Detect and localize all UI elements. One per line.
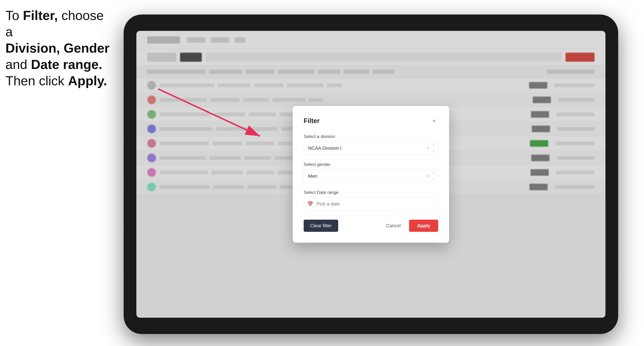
gender-form-group: Select gender Men × ⌃⌄	[304, 162, 438, 183]
division-clear-icon[interactable]: ×	[427, 146, 430, 151]
instruction-text: To Filter, choose a Division, Gender and…	[6, 7, 111, 89]
gender-label: Select gender	[304, 162, 438, 167]
modal-overlay: Filter × Select a division NCAA Division…	[136, 31, 606, 318]
footer-right-actions: Cancel Apply	[380, 220, 438, 232]
date-form-group: Select Date range 📅	[304, 190, 438, 211]
division-select-wrapper: NCAA Division I × ⌃⌄	[304, 142, 438, 155]
close-button[interactable]: ×	[430, 117, 438, 125]
calendar-icon: 📅	[307, 201, 313, 207]
instruction-line4: Then click Apply.	[6, 74, 107, 88]
division-form-group: Select a division NCAA Division I × ⌃⌄	[304, 134, 438, 155]
apply-button[interactable]: Apply	[409, 220, 438, 232]
division-label: Select a division	[304, 134, 438, 139]
clear-filter-button[interactable]: Clear filter	[304, 220, 338, 232]
date-label: Select Date range	[304, 190, 438, 195]
gender-select-wrapper: Men × ⌃⌄	[304, 170, 438, 183]
modal-footer: Clear filter Cancel Apply	[304, 220, 438, 232]
instruction-line3: and Date range.	[6, 57, 102, 72]
gender-select[interactable]: Men	[304, 170, 438, 183]
filter-modal: Filter × Select a division NCAA Division…	[293, 106, 449, 243]
date-input-wrapper: 📅	[304, 197, 438, 211]
modal-title: Filter	[304, 117, 320, 125]
instruction-line1: To Filter, choose a	[6, 8, 104, 39]
instruction-bold: Division, Gender	[6, 41, 110, 55]
gender-clear-icon[interactable]: ×	[427, 174, 430, 178]
tablet-device: Filter × Select a division NCAA Division…	[124, 14, 618, 334]
cancel-button[interactable]: Cancel	[380, 220, 406, 232]
date-input[interactable]	[304, 197, 438, 211]
division-select[interactable]: NCAA Division I	[304, 142, 438, 155]
tablet-screen: Filter × Select a division NCAA Division…	[136, 31, 606, 318]
modal-header: Filter ×	[304, 117, 438, 125]
